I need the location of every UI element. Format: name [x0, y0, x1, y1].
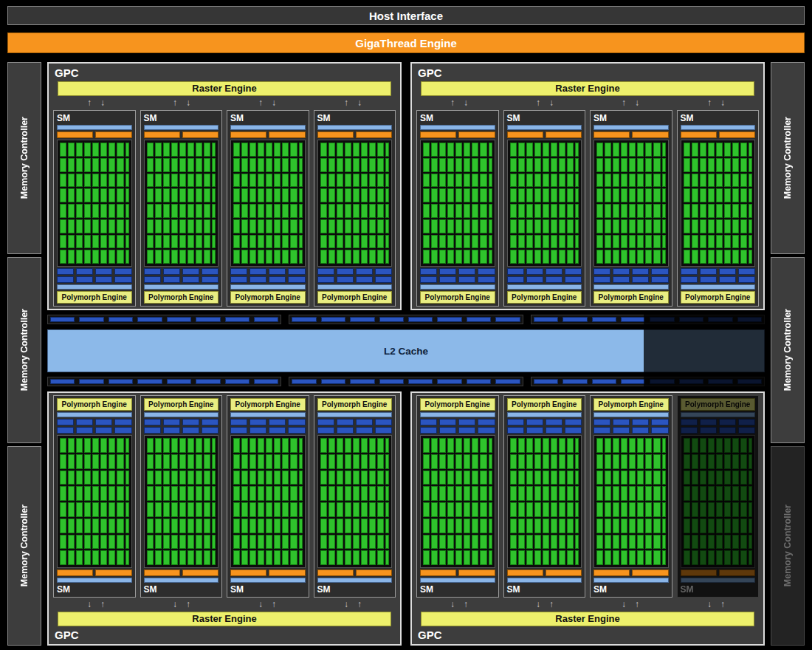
cuda-core: [187, 519, 194, 533]
cuda-core: [629, 188, 636, 202]
cuda-core: [534, 235, 541, 249]
cuda-core: [621, 438, 627, 453]
cuda-core: [274, 438, 281, 453]
cuda-core: [455, 143, 462, 157]
dram-cell: [708, 317, 732, 322]
cuda-core: [377, 502, 384, 517]
cuda-core: [163, 550, 170, 565]
instruction-cache-bar: [230, 125, 306, 130]
cuda-core: [724, 250, 731, 264]
cuda-core: [369, 204, 376, 218]
memory-controller-right-1: Memory Controller: [771, 62, 805, 254]
cuda-core: [361, 486, 368, 501]
cuda-core: [76, 204, 83, 218]
cuda-core: [353, 158, 359, 172]
cuda-core: [377, 519, 384, 533]
sfu-ldst-unit: [144, 268, 161, 275]
ldst-column-cell: [125, 143, 129, 157]
shared-memory-bar: [593, 412, 669, 417]
cuda-core: [559, 454, 565, 469]
sfu-ldst-row: [230, 276, 306, 283]
cuda-core: [369, 502, 376, 517]
cuda-core: [684, 250, 690, 264]
cuda-core: [551, 502, 557, 517]
cuda-core: [464, 235, 470, 249]
cuda-core: [740, 158, 747, 172]
cuda-core: [147, 502, 154, 517]
ldst-column-cell: [212, 250, 216, 264]
sm-unit: SMPolymorph Engine: [503, 110, 586, 307]
arrow-up-icon: ↑: [622, 98, 626, 109]
polymorph-engine: Polymorph Engine: [317, 291, 393, 304]
cuda-core: [171, 550, 178, 565]
cuda-core: [724, 219, 731, 233]
cuda-core: [708, 158, 715, 172]
cuda-core: [337, 188, 343, 202]
cuda-core: [290, 502, 297, 517]
cuda-core: [187, 502, 194, 517]
cuda-core: [480, 438, 486, 453]
cuda-core: [377, 204, 384, 218]
arrow-up-icon: ↑: [720, 599, 725, 610]
cuda-core: [353, 204, 359, 218]
cuda-core: [274, 550, 281, 565]
cuda-core: [147, 438, 154, 453]
cuda-core: [684, 519, 690, 533]
warp-scheduler-unit: [356, 131, 392, 138]
cuda-core: [596, 519, 603, 533]
cuda-core: [431, 204, 438, 218]
cuda-core: [100, 471, 107, 485]
ldst-column-cell: [489, 454, 492, 469]
cuda-core: [645, 535, 652, 550]
warp-scheduler-unit: [144, 131, 180, 138]
cuda-core: [447, 250, 454, 264]
cuda-core: [510, 235, 517, 249]
sfu-ldst-unit: [230, 268, 247, 275]
cuda-core: [559, 502, 565, 517]
cuda-core: [439, 502, 446, 517]
cuda-core: [196, 143, 202, 157]
cuda-core-grid: [230, 435, 306, 568]
cuda-core: [196, 250, 202, 264]
cuda-core: [353, 486, 359, 501]
cuda-core: [76, 519, 83, 533]
warp-scheduler-unit: [719, 131, 755, 138]
ldst-column-cell: [489, 158, 492, 172]
cuda-core: [117, 250, 123, 264]
cuda-core: [518, 174, 525, 188]
cuda-core: [117, 471, 123, 485]
cuda-core: [68, 204, 75, 218]
ldst-column-cell: [385, 502, 389, 517]
cuda-core: [345, 158, 351, 172]
cuda-core: [361, 550, 368, 565]
cuda-core: [171, 188, 178, 202]
cuda-core: [100, 486, 107, 501]
cuda-core: [653, 502, 660, 517]
cuda-core: [596, 204, 603, 218]
cuda-core: [543, 502, 549, 517]
dram-cell: [534, 317, 558, 322]
sfu-ldst-unit: [114, 276, 131, 283]
cuda-core: [250, 204, 256, 218]
cuda-core: [423, 174, 430, 188]
sfu-ldst-row: [593, 419, 669, 425]
cuda-core: [117, 174, 123, 188]
cuda-core: [204, 158, 210, 172]
cuda-core: [282, 535, 289, 550]
sfu-ldst-unit: [526, 427, 543, 434]
cuda-core: [629, 502, 636, 517]
cuda-core: [155, 188, 162, 202]
cuda-core: [320, 143, 327, 157]
cuda-core: [472, 188, 478, 202]
cuda-core: [480, 143, 486, 157]
sfu-ldst-unit: [163, 268, 180, 275]
dram-cell: [292, 379, 316, 384]
cuda-core: [241, 250, 248, 264]
cuda-core: [629, 235, 636, 249]
ldst-column-cell: [575, 204, 579, 218]
cuda-core: [92, 486, 99, 501]
cuda-core: [204, 235, 210, 249]
cuda-core: [233, 174, 240, 188]
cuda-core: [250, 219, 256, 233]
cuda-core: [543, 550, 549, 565]
